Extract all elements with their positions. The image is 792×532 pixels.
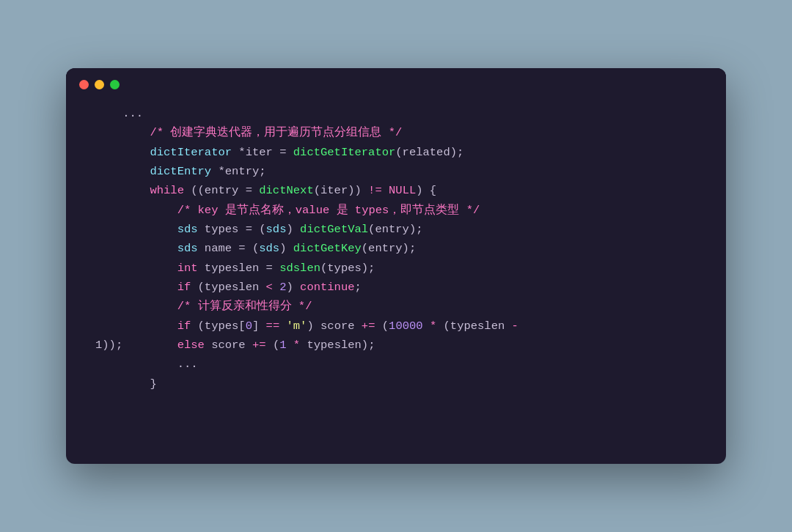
close-button[interactable] bbox=[79, 80, 89, 89]
code-line-name: sds name = (sds) dictGetKey(entry); bbox=[95, 239, 697, 258]
maximize-button[interactable] bbox=[110, 80, 120, 89]
code-line-if-score: if (types[0] == 'm') score += (10000 * (… bbox=[95, 317, 697, 336]
ellipsis-1: ... bbox=[95, 104, 697, 123]
comment-line-2: /* key 是节点名称，value 是 types，即节点类型 */ bbox=[95, 201, 697, 220]
code-line-while: while ((entry = dictNext(iter)) != NULL)… bbox=[95, 181, 697, 200]
code-line-close-brace: } bbox=[95, 374, 697, 394]
code-line-if-continue: if (typeslen < 2) continue; bbox=[95, 278, 697, 297]
comment-line-3: /* 计算反亲和性得分 */ bbox=[95, 297, 697, 316]
code-line-dict-entry: dictEntry *entry; bbox=[95, 162, 697, 181]
code-window: ... /* 创建字典迭代器，用于遍历节点分组信息 */ dictIterato… bbox=[66, 68, 726, 464]
code-line-dict-iter: dictIterator *iter = dictGetIterator(rel… bbox=[95, 143, 697, 162]
code-editor: ... /* 创建字典迭代器，用于遍历节点分组信息 */ dictIterato… bbox=[66, 97, 726, 423]
code-line-else: 1)); else score += (1 * typeslen); bbox=[95, 336, 697, 355]
code-line-typeslen: int typeslen = sdslen(types); bbox=[95, 259, 697, 278]
comment-line-1: /* 创建字典迭代器，用于遍历节点分组信息 */ bbox=[95, 123, 697, 142]
minimize-button[interactable] bbox=[95, 80, 104, 89]
code-line-types: sds types = (sds) dictGetVal(entry); bbox=[95, 220, 697, 239]
ellipsis-2: ... bbox=[95, 355, 697, 374]
titlebar bbox=[66, 68, 726, 97]
